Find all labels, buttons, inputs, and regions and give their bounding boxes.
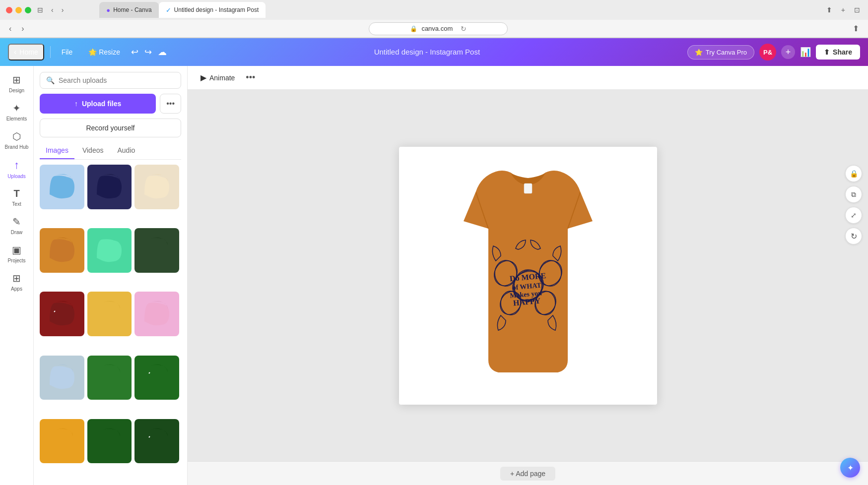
add-page-btn[interactable]: + Add page (500, 467, 555, 481)
tab-audio[interactable]: Audio (111, 142, 141, 159)
redo-btn[interactable]: ↪ (144, 47, 152, 58)
tab-images[interactable]: Images (40, 142, 74, 159)
magic-btn[interactable]: ✦ (840, 458, 860, 478)
canvas-page[interactable]: Do MORE of WHAT Makes you HAPPY (399, 147, 657, 405)
list-item[interactable] (134, 292, 179, 336)
share-btn[interactable]: ⬆ Share (816, 45, 860, 60)
security-icon: 🔒 (410, 25, 417, 32)
search-input[interactable] (59, 76, 175, 84)
undo-btn[interactable]: ↩ (131, 47, 138, 58)
sidebar-item-apps[interactable]: ⊞ Apps (2, 268, 32, 296)
search-box[interactable]: 🔍 (40, 72, 181, 89)
list-item[interactable] (87, 165, 132, 209)
analytics-btn[interactable]: 📊 (800, 47, 811, 58)
sidebar-draw-label: Draw (11, 230, 22, 235)
browser-addressbar: ‹ › 🔒 canva.com ↻ ⬆ (0, 20, 868, 38)
bookmark-btn[interactable]: ⬆ (850, 23, 862, 34)
sidebar-apps-label: Apps (11, 286, 22, 292)
list-item[interactable] (87, 419, 132, 464)
sidebar-uploads-label: Uploads (7, 174, 26, 179)
address-text[interactable]: canva.com (421, 25, 453, 32)
sidebar-item-elements[interactable]: ✦ Elements (2, 98, 32, 125)
user-avatar[interactable]: P& (759, 44, 776, 61)
sidebar-item-draw[interactable]: ✎ Draw (2, 212, 32, 239)
share-icon: ⬆ (824, 48, 830, 56)
design-icon: ⊞ (12, 74, 21, 86)
tshirt-design: Do MORE of WHAT Makes you HAPPY (424, 162, 632, 390)
toolbar-center: Untitled design - Instagram Post (175, 48, 679, 57)
browser-menu-btn[interactable]: ⊡ (852, 5, 862, 15)
image-grid (40, 165, 181, 480)
animate-label: Animate (209, 74, 235, 82)
list-item[interactable] (87, 228, 132, 273)
home-btn[interactable]: ‹ Home (8, 44, 44, 61)
browser-tab-home[interactable]: ● Home - Canva (99, 2, 158, 18)
upload-files-label: Upload files (82, 100, 121, 108)
search-icon: 🔍 (46, 76, 55, 84)
nav-forward-btn[interactable]: › (60, 5, 66, 15)
minimize-window-btn[interactable] (15, 7, 22, 13)
projects-icon: ▣ (12, 244, 21, 256)
more-dots-icon: ••• (166, 99, 175, 108)
sidebar-design-label: Design (9, 88, 24, 93)
upload-more-btn[interactable]: ••• (160, 94, 181, 114)
home-tab-label: Home - Canva (113, 6, 151, 13)
sidebar-item-design[interactable]: ⊞ Design (2, 70, 32, 97)
list-item[interactable] (40, 292, 84, 336)
sidebar-text-label: Text (12, 201, 21, 207)
canvas-wrapper: Do MORE of WHAT Makes you HAPPY (188, 90, 868, 461)
animate-icon: ▶ (200, 73, 206, 82)
magic-icon: ✦ (847, 463, 854, 473)
share-window-btn[interactable]: ⬆ (824, 5, 834, 15)
traffic-lights (6, 7, 31, 13)
sidebar-item-text[interactable]: T Text (2, 184, 32, 211)
nav-back-btn[interactable]: ‹ (49, 5, 56, 15)
upload-tabs: Images Videos Audio (40, 142, 181, 160)
add-collaborator-btn[interactable]: + (781, 45, 795, 59)
try-pro-btn[interactable]: ⭐ Try Canva Pro (687, 45, 754, 60)
list-item[interactable] (40, 419, 84, 464)
sidebar-toggle-btn[interactable]: ⊟ (35, 5, 45, 15)
browser-titlebar: ⊟ ‹ › ● Home - Canva ✓ Untitled design -… (0, 0, 868, 20)
list-item[interactable] (40, 356, 84, 400)
address-bar-actions: ⬆ (850, 23, 862, 34)
sidebar-item-uploads[interactable]: ↑ Uploads (2, 155, 32, 183)
brand-hub-icon: ⬡ (12, 130, 21, 142)
address-nav-forward[interactable]: › (18, 23, 27, 34)
share-label: Share (833, 48, 852, 56)
elements-icon: ✦ (12, 102, 21, 114)
resize-btn[interactable]: 🌟 Resize (83, 45, 125, 59)
list-item[interactable] (40, 228, 84, 273)
chevron-left-icon: ‹ (14, 48, 16, 57)
cloud-save-btn[interactable]: ☁ (158, 47, 167, 58)
sidebar-item-projects[interactable]: ▣ Projects (2, 240, 32, 267)
list-item[interactable] (134, 419, 179, 464)
main-content: ⊞ Design ✦ Elements ⬡ Brand Hub ↑ Upload… (0, 66, 868, 485)
browser-tab-design[interactable]: ✓ Untitled design - Instagram Post (159, 2, 266, 18)
maximize-window-btn[interactable] (25, 7, 31, 13)
more-options-btn[interactable]: ••• (246, 72, 255, 83)
sidebar-item-brand-hub[interactable]: ⬡ Brand Hub (2, 126, 32, 154)
list-item[interactable] (134, 165, 179, 209)
list-item[interactable] (134, 356, 179, 400)
address-nav-back[interactable]: ‹ (6, 23, 14, 34)
list-item[interactable] (40, 165, 84, 209)
list-item[interactable] (87, 292, 132, 336)
close-window-btn[interactable] (6, 7, 12, 13)
design-title[interactable]: Untitled design - Instagram Post (374, 48, 480, 56)
canvas-toolbar: ▶ Animate ••• (188, 66, 868, 90)
upload-files-btn[interactable]: ↑ Upload files (40, 94, 156, 114)
animate-btn[interactable]: ▶ Animate (196, 70, 240, 85)
apps-icon: ⊞ (12, 272, 21, 284)
list-item[interactable] (134, 228, 179, 273)
upload-panel: 🔍 ↑ Upload files ••• Record yourself Ima… (34, 66, 188, 485)
record-yourself-btn[interactable]: Record yourself (40, 119, 181, 137)
home-tab-icon: ● (106, 6, 110, 14)
svg-rect-15 (524, 183, 532, 193)
reload-icon[interactable]: ↻ (461, 25, 467, 33)
file-btn[interactable]: File (57, 45, 78, 59)
new-tab-btn[interactable]: + (839, 5, 847, 15)
browser-tabs-container: ● Home - Canva ✓ Untitled design - Insta… (69, 2, 820, 18)
list-item[interactable] (87, 356, 132, 400)
tab-videos[interactable]: Videos (76, 142, 110, 159)
